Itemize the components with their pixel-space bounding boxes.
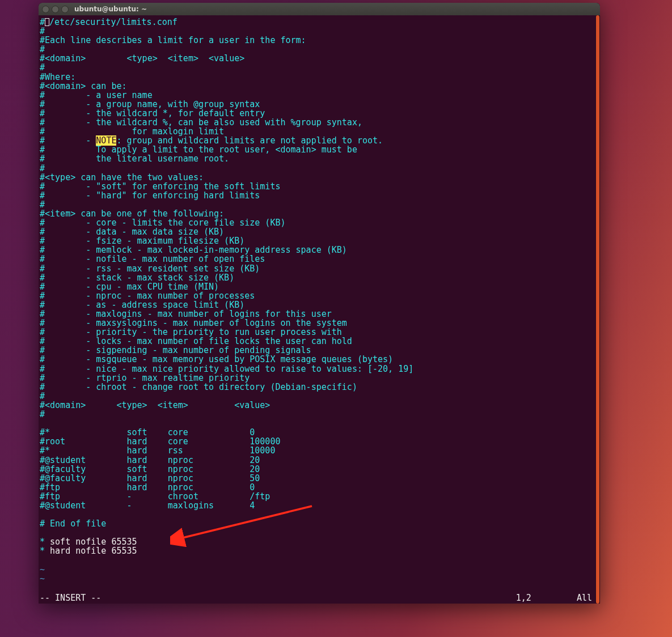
terminal-line (40, 419, 599, 428)
terminal-line: # - rss - max resident set size (KB) (40, 264, 599, 273)
terminal-line: # - "hard" for enforcing hard limits (40, 191, 599, 200)
terminal-line: #Each line describes a limit for a user … (40, 36, 599, 45)
terminal-line: * soft nofile 65535 (40, 537, 599, 546)
terminal-line: # - fsize - maximum filesize (KB) (40, 236, 599, 245)
terminal-line: #<item> can be one of the following: (40, 209, 599, 218)
terminal-line: # - cpu - max CPU time (MIN) (40, 282, 599, 291)
terminal-scrollbar[interactable] (595, 15, 600, 604)
terminal-line: #/etc/security/limits.conf (40, 18, 599, 27)
maximize-icon[interactable] (61, 6, 69, 13)
terminal-line: #<domain> can be: (40, 82, 599, 91)
terminal-line: #Where: (40, 73, 599, 82)
terminal-line: #@faculty hard nproc 50 (40, 474, 599, 483)
terminal-line: # - nproc - max number of processes (40, 291, 599, 300)
terminal-line: # - "soft" for enforcing the soft limits (40, 182, 599, 191)
terminal-line: # - priority - the priority to run user … (40, 328, 599, 337)
terminal-line: #@student hard nproc 20 (40, 456, 599, 465)
terminal-line: # (40, 27, 599, 36)
terminal-line: ~ (40, 574, 599, 583)
window-titlebar[interactable]: ubuntu@ubuntu: ~ (39, 3, 600, 15)
terminal-line: # for maxlogin limit (40, 127, 599, 136)
terminal-line: #root hard core 100000 (40, 437, 599, 446)
terminal-line: # - nofile - max number of open files (40, 254, 599, 264)
terminal-line: # - data - max data size (KB) (40, 227, 599, 236)
terminal-line: #<domain> <type> <item> <value> (40, 401, 599, 410)
terminal-line (40, 510, 599, 519)
terminal-line: # (40, 63, 599, 72)
minimize-icon[interactable] (52, 6, 59, 13)
terminal-line: # the literal username root. (40, 154, 599, 163)
vim-status-bar: -- INSERT -- 1,2 All (40, 593, 599, 602)
terminal-line: # - locks - max number of file locks the… (40, 337, 599, 346)
terminal-line (40, 556, 599, 565)
terminal-line: #ftp - chroot /ftp (40, 492, 599, 501)
vim-scroll-pos: All (577, 593, 592, 602)
terminal-line: # End of file (40, 519, 599, 528)
vim-cursor-pos: 1,2 (516, 593, 531, 602)
desktop-background: ubuntu@ubuntu: ~ #/etc/security/limits.c… (0, 0, 672, 637)
scrollbar-thumb[interactable] (596, 15, 599, 604)
terminal-line: #ftp hard nproc 0 (40, 483, 599, 492)
terminal-line: # - maxsyslogins - max number of logins … (40, 318, 599, 328)
terminal-line: # (40, 200, 599, 209)
terminal-line: # - rtprio - max realtime priority (40, 373, 599, 383)
terminal-line: # - stack - max stack size (KB) (40, 273, 599, 282)
terminal-line (40, 528, 599, 537)
terminal-line: # - core - limits the core file size (KB… (40, 218, 599, 227)
terminal-line: # (40, 164, 599, 173)
terminal-line: # - memlock - max locked-in-memory addre… (40, 245, 599, 254)
terminal-line: # (40, 45, 599, 54)
terminal-content[interactable]: #/etc/security/limits.conf##Each line de… (40, 18, 599, 583)
terminal-line: # (40, 410, 599, 419)
terminal-line: # - sigpending - max number of pending s… (40, 346, 599, 355)
terminal-line: #@student - maxlogins 4 (40, 501, 599, 510)
text-cursor (45, 18, 49, 26)
terminal-line: #* hard rss 10000 (40, 446, 599, 455)
terminal-line: # - msgqueue - max memory used by POSIX … (40, 355, 599, 364)
terminal-viewport[interactable]: #/etc/security/limits.conf##Each line de… (39, 15, 600, 604)
terminal-line: #@faculty soft nproc 20 (40, 465, 599, 474)
terminal-line: # - chroot - change root to directory (D… (40, 383, 599, 392)
terminal-line: # - as - address space limit (KB) (40, 300, 599, 309)
terminal-line: #* soft core 0 (40, 428, 599, 437)
terminal-line: # To apply a limit to the root user, <do… (40, 145, 599, 154)
terminal-window: ubuntu@ubuntu: ~ #/etc/security/limits.c… (39, 3, 600, 604)
terminal-line: * hard nofile 65535 (40, 546, 599, 555)
terminal-line: #<type> can have the two values: (40, 173, 599, 182)
terminal-line: # - NOTE: group and wildcard limits are … (40, 136, 599, 145)
terminal-line: # - a group name, with @group syntax (40, 100, 599, 109)
terminal-line: # (40, 392, 599, 401)
terminal-line: # - the wildcard *, for default entry (40, 109, 599, 118)
terminal-line: # - nice - max nice priority allowed to … (40, 364, 599, 373)
terminal-line: # - the wildcard %, can be also used wit… (40, 118, 599, 127)
close-icon[interactable] (42, 6, 49, 13)
terminal-line: ~ (40, 565, 599, 574)
terminal-line: #<domain> <type> <item> <value> (40, 54, 599, 63)
terminal-line: # - a user name (40, 91, 599, 100)
window-title: ubuntu@ubuntu: ~ (74, 5, 147, 13)
vim-mode: -- INSERT -- (40, 593, 101, 602)
terminal-line: # - maxlogins - max number of logins for… (40, 309, 599, 318)
